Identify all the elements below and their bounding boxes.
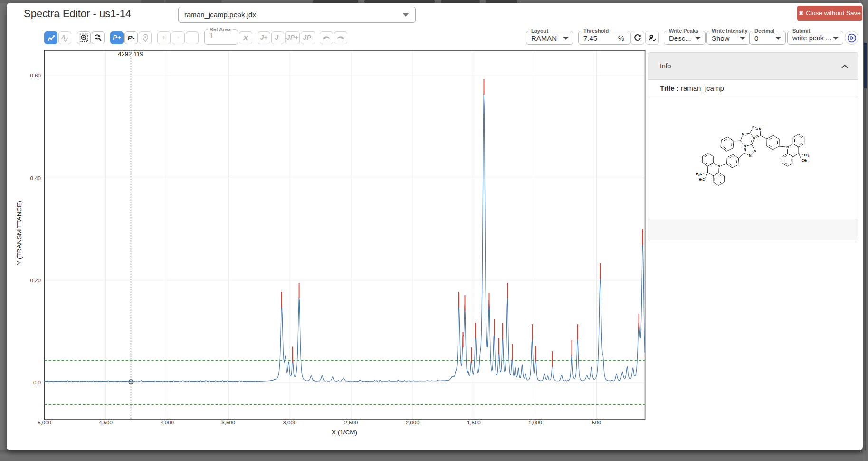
- svg-text:A: A: [61, 34, 66, 41]
